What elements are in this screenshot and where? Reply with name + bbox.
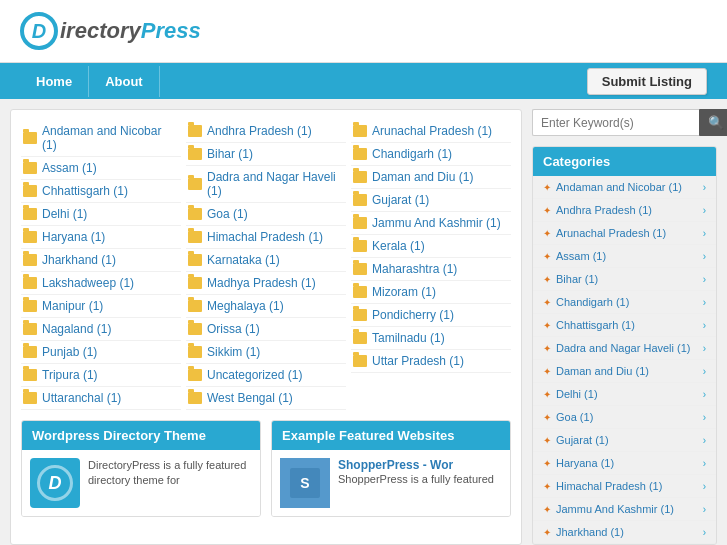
nav-bar: Home About Submit Listing bbox=[0, 63, 727, 99]
cat-chhattisgarh[interactable]: Chhattisgarh (1) bbox=[21, 180, 181, 203]
arrow-icon: › bbox=[703, 251, 706, 262]
cat-dadra[interactable]: Dadra and Nagar Haveli (1) bbox=[186, 166, 346, 203]
cat-manipur[interactable]: Manipur (1) bbox=[21, 295, 181, 318]
submit-listing-button[interactable]: Submit Listing bbox=[587, 68, 707, 95]
sidebar-cat-chandigarh[interactable]: ✦Chandigarh (1)› bbox=[533, 291, 716, 314]
folder-icon bbox=[353, 355, 367, 367]
nav-about[interactable]: About bbox=[89, 66, 160, 97]
sidebar-cat-bihar[interactable]: ✦Bihar (1)› bbox=[533, 268, 716, 291]
folder-icon bbox=[353, 148, 367, 160]
folder-icon bbox=[188, 323, 202, 335]
cat-nagaland[interactable]: Nagaland (1) bbox=[21, 318, 181, 341]
cat-himachal[interactable]: Himachal Pradesh (1) bbox=[186, 226, 346, 249]
arrow-icon: › bbox=[703, 458, 706, 469]
sidebar-cat-andaman[interactable]: ✦Andaman and Nicobar (1)› bbox=[533, 176, 716, 199]
sidebar-cat-daman[interactable]: ✦Daman and Diu (1)› bbox=[533, 360, 716, 383]
cat-jharkhand[interactable]: Jharkhand (1) bbox=[21, 249, 181, 272]
folder-icon bbox=[23, 231, 37, 243]
featured-thumb-icon: S bbox=[290, 468, 320, 498]
wp-theme-text: DirectoryPress is a fully featured direc… bbox=[88, 458, 252, 508]
arrow-icon: › bbox=[703, 527, 706, 538]
featured-website-link[interactable]: ShopperPress - Wor bbox=[338, 458, 494, 472]
cat-kerala[interactable]: Kerala (1) bbox=[351, 235, 511, 258]
sidebar-cat-label: Jharkhand (1) bbox=[556, 526, 703, 538]
sidebar-cat-goa[interactable]: ✦Goa (1)› bbox=[533, 406, 716, 429]
sidebar-cat-himachal[interactable]: ✦Himachal Pradesh (1)› bbox=[533, 475, 716, 498]
search-box: 🔍 bbox=[532, 109, 717, 136]
folder-icon bbox=[23, 300, 37, 312]
folder-icon bbox=[23, 369, 37, 381]
cat-jammu[interactable]: Jammu And Kashmir (1) bbox=[351, 212, 511, 235]
cat-orissa[interactable]: Orissa (1) bbox=[186, 318, 346, 341]
featured-websites-section: Example Featured Websites S ShopperPress… bbox=[271, 420, 511, 517]
cat-maharashtra[interactable]: Maharashtra (1) bbox=[351, 258, 511, 281]
search-input[interactable] bbox=[532, 109, 699, 136]
cat-sikkim[interactable]: Sikkim (1) bbox=[186, 341, 346, 364]
cat-col-3: Arunachal Pradesh (1) Chandigarh (1) Dam… bbox=[351, 120, 511, 410]
sidebar-cat-label: Chandigarh (1) bbox=[556, 296, 703, 308]
sidebar-cat-label: Gujarat (1) bbox=[556, 434, 703, 446]
cat-col-1: Andaman and Nicobar (1) Assam (1) Chhatt… bbox=[21, 120, 181, 410]
sidebar-cat-label: Goa (1) bbox=[556, 411, 703, 423]
cat-daman[interactable]: Daman and Diu (1) bbox=[351, 166, 511, 189]
cat-karnataka[interactable]: Karnataka (1) bbox=[186, 249, 346, 272]
cat-delhi[interactable]: Delhi (1) bbox=[21, 203, 181, 226]
featured-websites-header: Example Featured Websites bbox=[272, 421, 510, 450]
search-button[interactable]: 🔍 bbox=[699, 109, 727, 136]
cat-tamilnadu[interactable]: Tamilnadu (1) bbox=[351, 327, 511, 350]
arrow-icon: › bbox=[703, 320, 706, 331]
folder-icon bbox=[188, 369, 202, 381]
folder-icon bbox=[188, 125, 202, 137]
sidebar-cat-label: Delhi (1) bbox=[556, 388, 703, 400]
sidebar-cat-andhra[interactable]: ✦Andhra Pradesh (1)› bbox=[533, 199, 716, 222]
sidebar-cat-chhattisgarh[interactable]: ✦Chhattisgarh (1)› bbox=[533, 314, 716, 337]
cat-madhya[interactable]: Madhya Pradesh (1) bbox=[186, 272, 346, 295]
cat-gujarat[interactable]: Gujarat (1) bbox=[351, 189, 511, 212]
sidebar-cat-delhi[interactable]: ✦Delhi (1)› bbox=[533, 383, 716, 406]
cat-chandigarh[interactable]: Chandigarh (1) bbox=[351, 143, 511, 166]
cat-andhra[interactable]: Andhra Pradesh (1) bbox=[186, 120, 346, 143]
sidebar-cat-dadra[interactable]: ✦Dadra and Nagar Haveli (1)› bbox=[533, 337, 716, 360]
arrow-icon: › bbox=[703, 504, 706, 515]
cat-pondicherry[interactable]: Pondicherry (1) bbox=[351, 304, 511, 327]
nav-home[interactable]: Home bbox=[20, 66, 89, 97]
arrow-icon: › bbox=[703, 481, 706, 492]
cat-arunachal[interactable]: Arunachal Pradesh (1) bbox=[351, 120, 511, 143]
sidebar-cat-haryana[interactable]: ✦Haryana (1)› bbox=[533, 452, 716, 475]
folder-icon bbox=[353, 263, 367, 275]
checkmark-icon: ✦ bbox=[543, 504, 551, 515]
cat-uncategorized[interactable]: Uncategorized (1) bbox=[186, 364, 346, 387]
checkmark-icon: ✦ bbox=[543, 458, 551, 469]
sidebar-cat-arunachal[interactable]: ✦Arunachal Pradesh (1)› bbox=[533, 222, 716, 245]
checkmark-icon: ✦ bbox=[543, 182, 551, 193]
arrow-icon: › bbox=[703, 389, 706, 400]
main-content: Andaman and Nicobar (1) Assam (1) Chhatt… bbox=[0, 99, 727, 545]
cat-tripura[interactable]: Tripura (1) bbox=[21, 364, 181, 387]
cat-punjab[interactable]: Punjab (1) bbox=[21, 341, 181, 364]
cat-assam[interactable]: Assam (1) bbox=[21, 157, 181, 180]
sidebar-cat-assam[interactable]: ✦Assam (1)› bbox=[533, 245, 716, 268]
nav-items: Home About bbox=[20, 66, 160, 97]
wordpress-theme-section: Wordpress Directory Theme D DirectoryPre… bbox=[21, 420, 261, 517]
cat-west-bengal[interactable]: West Bengal (1) bbox=[186, 387, 346, 410]
arrow-icon: › bbox=[703, 435, 706, 446]
cat-goa[interactable]: Goa (1) bbox=[186, 203, 346, 226]
folder-icon bbox=[188, 346, 202, 358]
sidebar-categories: Categories ✦Andaman and Nicobar (1)› ✦An… bbox=[532, 146, 717, 545]
cat-uttaranchal[interactable]: Uttaranchal (1) bbox=[21, 387, 181, 410]
checkmark-icon: ✦ bbox=[543, 297, 551, 308]
sidebar-cat-jharkhand[interactable]: ✦Jharkhand (1)› bbox=[533, 521, 716, 544]
cat-bihar[interactable]: Bihar (1) bbox=[186, 143, 346, 166]
wp-theme-body: D DirectoryPress is a fully featured dir… bbox=[22, 450, 260, 516]
cat-lakshadweep[interactable]: Lakshadweep (1) bbox=[21, 272, 181, 295]
cat-haryana[interactable]: Haryana (1) bbox=[21, 226, 181, 249]
featured-website-info: ShopperPress - Wor ShopperPress is a ful… bbox=[338, 458, 494, 508]
cat-meghalaya[interactable]: Meghalaya (1) bbox=[186, 295, 346, 318]
arrow-icon: › bbox=[703, 343, 706, 354]
cat-uttar[interactable]: Uttar Pradesh (1) bbox=[351, 350, 511, 373]
sidebar-cat-gujarat[interactable]: ✦Gujarat (1)› bbox=[533, 429, 716, 452]
cat-mizoram[interactable]: Mizoram (1) bbox=[351, 281, 511, 304]
sidebar-cat-jammu[interactable]: ✦Jammu And Kashmir (1)› bbox=[533, 498, 716, 521]
cat-andaman[interactable]: Andaman and Nicobar (1) bbox=[21, 120, 181, 157]
folder-icon bbox=[23, 323, 37, 335]
